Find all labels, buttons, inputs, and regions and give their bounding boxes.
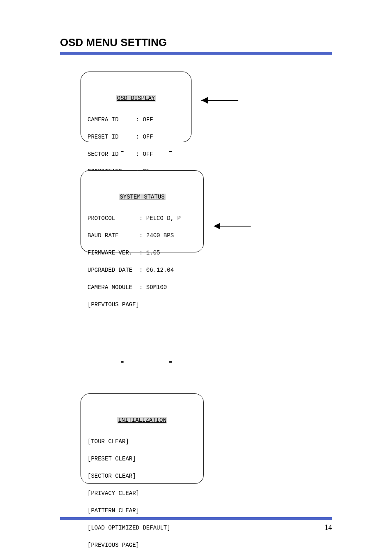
init-previous-page[interactable]: [PREVIOUS PAGE]: [88, 541, 197, 550]
panel-init-inner: INITIALIZATION [TOUR CLEAR] [PRESET CLEA…: [81, 394, 203, 555]
arrow-left-icon: [214, 222, 251, 230]
panel-system-inner: SYSTEM STATUS PROTOCOL : PELCO D, P BAUD…: [81, 171, 203, 332]
label: FIRMWARE VER.: [88, 250, 139, 256]
panel-init-title-wrap: INITIALIZATION: [88, 416, 197, 425]
dash-icon: -: [169, 356, 173, 366]
sys-row-protocol: PROTOCOL : PELCO D, P: [88, 214, 197, 223]
page-number: 14: [325, 523, 332, 532]
sys-previous-page[interactable]: [PREVIOUS PAGE]: [88, 301, 197, 309]
panel-osd-title-wrap: OSD DISPLAY: [88, 94, 184, 103]
osd-row-preset-id[interactable]: PRESET ID : OFF: [88, 133, 184, 141]
value: : OFF: [136, 151, 153, 157]
panel-init-title: INITIALIZATION: [117, 417, 167, 423]
panel-osd-display: OSD DISPLAY CAMERA ID : OFF PRESET ID : …: [81, 72, 191, 142]
value: : SDM100: [139, 284, 167, 291]
label: PRESET ID: [88, 134, 136, 140]
dash-icon: -: [120, 356, 124, 366]
dash-icon: -: [169, 145, 173, 156]
divider-bottom: [60, 517, 332, 520]
init-sector-clear[interactable]: [SECTOR CLEAR]: [88, 472, 197, 481]
value: : OFF: [136, 116, 153, 123]
label: PROTOCOL: [88, 215, 139, 222]
osd-row-camera-id[interactable]: CAMERA ID : OFF: [88, 116, 184, 124]
panel-initialization: INITIALIZATION [TOUR CLEAR] [PRESET CLEA…: [81, 393, 204, 484]
panel-system-title: SYSTEM STATUS: [119, 194, 165, 200]
value: : PELCO D, P: [139, 215, 181, 222]
label: BAUD RATE: [88, 232, 139, 239]
panel-system-status: SYSTEM STATUS PROTOCOL : PELCO D, P BAUD…: [81, 170, 204, 252]
sys-row-upgraded-date: UPGRADED DATE : 06.12.04: [88, 266, 197, 275]
label: SECTOR ID: [88, 151, 136, 157]
init-pattern-clear[interactable]: [PATTERN CLEAR]: [88, 506, 197, 515]
init-preset-clear[interactable]: [PRESET CLEAR]: [88, 455, 197, 463]
sys-row-firmware: FIRMWARE VER. : 1.05: [88, 249, 197, 257]
page-title: OSD MENU SETTING: [60, 36, 167, 49]
label: UPGRADED DATE: [88, 267, 139, 273]
label: CAMERA ID: [88, 116, 136, 123]
value: : 1.05: [139, 250, 160, 256]
dash-icon: -: [120, 145, 124, 156]
panel-osd-title: OSD DISPLAY: [116, 95, 156, 102]
sys-row-baud-rate: BAUD RATE : 2400 BPS: [88, 231, 197, 240]
init-load-default[interactable]: [LOAD OPTIMIZED DEFAULT]: [88, 524, 197, 532]
init-tour-clear[interactable]: [TOUR CLEAR]: [88, 437, 197, 446]
label: CAMERA MODULE: [88, 284, 139, 291]
panel-system-title-wrap: SYSTEM STATUS: [88, 193, 197, 201]
value: : OFF: [136, 134, 153, 140]
init-privacy-clear[interactable]: [PRIVACY CLEAR]: [88, 489, 197, 498]
divider-top: [60, 52, 332, 55]
arrow-left-icon: [201, 96, 238, 104]
sys-row-camera-module: CAMERA MODULE : SDM100: [88, 283, 197, 292]
value: : 2400 BPS: [139, 232, 174, 239]
value: : 06.12.04: [139, 267, 174, 273]
